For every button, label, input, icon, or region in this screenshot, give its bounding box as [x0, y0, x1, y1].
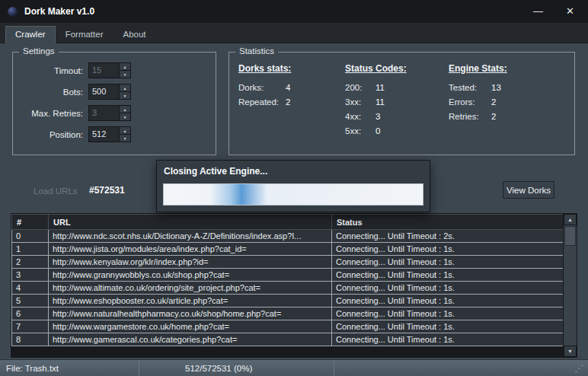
scrollbar-thumb[interactable] [564, 226, 576, 246]
stat-label: Retries: [449, 110, 491, 124]
resize-grip-icon[interactable]: ⋰ [574, 363, 588, 374]
cell-status: Connecting... Until Timeout : 1s. [332, 295, 564, 307]
max-retries-value[interactable]: 3 [89, 106, 119, 120]
spin-up-icon[interactable]: ▲ [120, 106, 130, 113]
table-row[interactable]: 7http://www.wargamestore.co.uk/home.php?… [12, 320, 564, 333]
stat-value: 3 [375, 110, 380, 124]
minimize-button[interactable]: — [533, 0, 543, 23]
table-row[interactable]: 1http://www.jista.org/modules/area/index… [12, 243, 564, 256]
settings-legend: Settings [19, 46, 59, 56]
statusbar-file: File: Trash.txt [0, 364, 139, 373]
cell-status: Connecting... Until Timeout : 1s. [332, 307, 564, 320]
tab-about[interactable]: About [113, 26, 155, 43]
spin-down-icon[interactable]: ▼ [120, 71, 130, 78]
cell-url: http://www.ndc.scot.nhs.uk/Dictionary-A-… [49, 230, 332, 243]
cell-url: http://www.eshopbooster.co.uk/article.ph… [49, 295, 332, 307]
cell-url: http://www.kenyalaw.org/klr/index.php?id… [49, 256, 332, 269]
stat-label: 3xx: [345, 95, 375, 110]
position-value[interactable]: 512 [89, 127, 119, 142]
cell-url: http://www.gamerascal.co.uk/categories.p… [49, 333, 332, 346]
table-body: 0http://www.ndc.scot.nhs.uk/Dictionary-A… [12, 230, 564, 346]
timeout-label: Timout: [13, 66, 83, 75]
timeout-spinner[interactable]: 15 ▲ ▼ [88, 62, 131, 78]
table-row[interactable]: 8http://www.gamerascal.co.uk/categories.… [12, 333, 564, 346]
scroll-down-icon[interactable]: ▼ [564, 346, 577, 357]
url-count: #572531 [89, 185, 125, 196]
stat-value: 11 [375, 95, 385, 110]
cell-url: http://www.grannywobblys.co.uk/shop.php?… [49, 269, 332, 282]
settings-groupbox: Settings Timout: 15 ▲ ▼ Bots: 500 ▲ [12, 52, 216, 155]
stat-value: 4 [286, 81, 290, 95]
stat-value: 2 [286, 95, 290, 110]
cell-status: Connecting... Until Timeout : 1s. [332, 269, 564, 282]
cell-index: 1 [12, 243, 49, 256]
cell-status: Connecting... Until Timeout : 1s. [332, 320, 564, 333]
bots-value[interactable]: 500 [89, 84, 119, 99]
cell-index: 4 [12, 282, 49, 295]
tab-crawler[interactable]: Crawler [5, 26, 56, 43]
close-button[interactable]: ✕ [566, 0, 574, 23]
statistics-legend: Statistics [235, 46, 278, 56]
stat-value: 13 [491, 81, 501, 95]
table-row[interactable]: 4http://www.altimate.co.uk/ordering/site… [12, 282, 564, 295]
statusbar-progress: 512/572531 (0%) [139, 364, 334, 373]
spin-down-icon[interactable]: ▼ [120, 113, 130, 120]
load-urls-button[interactable]: Load URLs [34, 186, 78, 196]
table-row[interactable]: 2http://www.kenyalaw.org/klr/index.php?i… [12, 256, 564, 269]
spin-up-icon[interactable]: ▲ [120, 63, 130, 71]
stats-heading: Status Codes: [345, 63, 449, 74]
stat-label: 4xx: [345, 110, 375, 124]
stat-value: 2 [491, 110, 496, 124]
stats-column: Engine Stats:Tested:13Errors:2Retries:2 [449, 63, 570, 124]
stat-value: 2 [491, 95, 496, 110]
stat-value: 0 [375, 124, 380, 139]
spin-up-icon[interactable]: ▲ [120, 84, 130, 92]
window-title: Dork Maker v1.0 [24, 6, 94, 17]
cell-status: Connecting... Until Timeout : 2s. [332, 230, 564, 243]
stat-label: Tested: [449, 81, 491, 95]
header-status[interactable]: Status [332, 215, 564, 230]
cell-index: 8 [12, 333, 49, 346]
closing-progress-bar [163, 183, 423, 206]
spin-up-icon[interactable]: ▲ [120, 127, 130, 135]
stats-column: Status Codes:200:113xx:114xx:35xx:0 [345, 63, 449, 139]
stats-heading: Engine Stats: [449, 63, 570, 74]
view-dorks-button[interactable]: View Dorks [503, 181, 554, 199]
header-index[interactable]: # [12, 215, 49, 230]
cell-index: 6 [12, 307, 49, 320]
cell-status: Connecting... Until Timeout : 1s. [332, 282, 564, 295]
stats-heading: Dorks stats: [238, 63, 345, 74]
table-header-row: # URL Status [12, 215, 564, 230]
header-url[interactable]: URL [49, 215, 332, 230]
stat-value: 11 [375, 81, 385, 95]
stat-label: 200: [345, 81, 375, 95]
spin-down-icon[interactable]: ▼ [120, 135, 130, 142]
cell-index: 2 [12, 256, 49, 269]
scroll-up-icon[interactable]: ▲ [564, 214, 577, 225]
cell-status: Connecting... Until Timeout : 1s. [332, 243, 564, 256]
tabbar: Crawler Formatter About [0, 23, 588, 43]
table-row[interactable]: 6http://www.naturalhealthpharmacy.co.uk/… [12, 307, 564, 320]
stats-column: Dorks stats:Dorks:4Repeated:2 [238, 63, 345, 110]
max-retries-spinner[interactable]: 3 ▲ ▼ [88, 105, 131, 121]
stat-label: Errors: [449, 95, 491, 110]
statistics-groupbox: Statistics Dorks stats:Dorks:4Repeated:2… [228, 52, 575, 155]
cell-url: http://www.naturalhealthpharmacy.co.uk/s… [49, 307, 332, 320]
cell-url: http://www.altimate.co.uk/ordering/site_… [49, 282, 332, 295]
vertical-scrollbar[interactable]: ▲ ▼ [563, 214, 577, 357]
table-row[interactable]: 3http://www.grannywobblys.co.uk/shop.php… [12, 269, 564, 282]
spin-down-icon[interactable]: ▼ [120, 92, 130, 99]
timeout-value[interactable]: 15 [89, 63, 119, 78]
cell-url: http://www.jista.org/modules/area/index.… [49, 243, 332, 256]
position-spinner[interactable]: 512 ▲ ▼ [88, 126, 131, 142]
table-row[interactable]: 5http://www.eshopbooster.co.uk/article.p… [12, 295, 564, 307]
url-table: # URL Status 0http://www.ndc.scot.nhs.uk… [11, 213, 577, 358]
statusbar-divider [334, 360, 334, 376]
app-window: Dork Maker v1.0 — ✕ Crawler Formatter Ab… [0, 0, 588, 376]
closing-engine-dialog: Closing Active Engine... [156, 160, 430, 212]
table-row[interactable]: 0http://www.ndc.scot.nhs.uk/Dictionary-A… [12, 230, 564, 243]
tab-formatter[interactable]: Formatter [56, 26, 113, 43]
stat-label: Repeated: [238, 95, 286, 110]
progress-marquee [210, 184, 267, 205]
bots-spinner[interactable]: 500 ▲ ▼ [88, 84, 131, 100]
